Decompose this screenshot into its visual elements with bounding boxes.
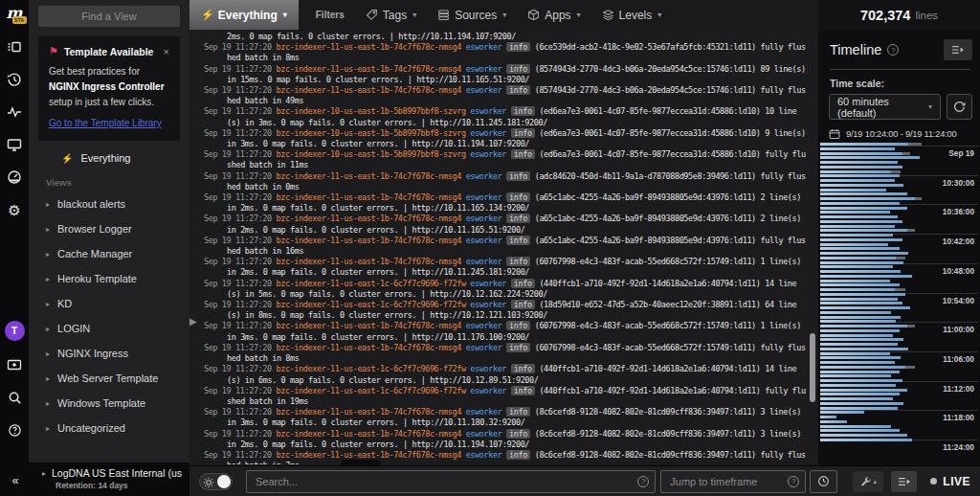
view-item[interactable]: ▸KD: [29, 291, 189, 316]
log-line[interactable]: Sep 19 11:27:20 bzc-indexer-11-us-east-1…: [204, 236, 807, 257]
view-item[interactable]: ▸Cache Manager: [29, 241, 189, 266]
log-scrollbar-thumb[interactable]: [810, 333, 815, 402]
log-app[interactable]: esworker: [466, 321, 502, 330]
log-app[interactable]: esworker: [466, 257, 502, 266]
log-level-badge[interactable]: info: [506, 321, 530, 330]
histogram-bar[interactable]: [820, 229, 907, 232]
log-level-badge[interactable]: info: [506, 257, 530, 266]
log-line[interactable]: Sep 19 11:27:20 bzc-indexer-11-us-east-1…: [204, 429, 807, 450]
log-app[interactable]: esworker: [466, 85, 502, 95]
log-app[interactable]: esworker: [466, 429, 502, 439]
log-line[interactable]: Sep 19 11:27:20 bzc-indexer-11-us-east-1…: [204, 42, 807, 63]
histogram-bar[interactable]: [820, 411, 864, 414]
search-input[interactable]: [246, 470, 656, 493]
time-scale-select[interactable]: 60 minutes (default) ▾: [829, 94, 941, 120]
histogram-bar[interactable]: [820, 275, 912, 278]
sources-dropdown[interactable]: Sources ▾: [437, 9, 506, 22]
log-host[interactable]: bzc-indexer-10-us-east-1b-5b8997bbf8-szv…: [276, 106, 465, 116]
log-line-continuation[interactable]: 2ms. 0 map fails. 0 cluster errors. | ht…: [204, 32, 807, 42]
whats-new-icon[interactable]: [0, 349, 29, 381]
histogram-bar[interactable]: [820, 288, 895, 291]
log-level-badge[interactable]: info: [506, 214, 530, 223]
log-level-badge[interactable]: info: [506, 171, 530, 181]
log-host[interactable]: bzc-indexer-11-us-east-1c-6c7f7c9696-f72…: [276, 300, 465, 309]
histogram-bar-secondary[interactable]: [915, 197, 922, 200]
log-host[interactable]: bzc-indexer-11-us-east-1b-74c7f678c-nmsg…: [276, 450, 460, 460]
histogram-bar[interactable]: [820, 429, 900, 432]
log-app[interactable]: esworker: [470, 106, 506, 116]
histogram-bar[interactable]: [820, 306, 910, 309]
log-line[interactable]: Sep 19 11:27:20 bzc-indexer-11-us-east-1…: [204, 386, 807, 407]
log-app[interactable]: esworker: [466, 64, 502, 74]
log-level-badge[interactable]: info: [506, 236, 530, 245]
log-line[interactable]: Sep 19 11:27:20 bzc-indexer-11-us-east-1…: [204, 279, 807, 300]
log-level-badge[interactable]: info: [506, 407, 530, 417]
log-line[interactable]: Sep 19 11:27:20 bzc-indexer-11-us-east-1…: [204, 171, 807, 192]
histogram-bar[interactable]: [820, 397, 893, 400]
histogram-bar[interactable]: [820, 366, 905, 369]
histogram-bar[interactable]: [820, 261, 903, 264]
log-level-badge[interactable]: info: [511, 128, 535, 138]
histogram-bar[interactable]: [820, 189, 886, 192]
histogram-bar-secondary[interactable]: [907, 229, 915, 232]
log-app[interactable]: esworker: [466, 192, 502, 202]
histogram-bar[interactable]: [820, 384, 896, 387]
histogram-bar-secondary[interactable]: [895, 288, 906, 291]
collapse-sidebar-icon[interactable]: «: [0, 463, 29, 496]
theme-toggle[interactable]: [199, 473, 233, 490]
log-host[interactable]: bzc-indexer-11-us-east-1b-74c7f678c-nmsg…: [276, 257, 460, 266]
histogram-bar[interactable]: [820, 325, 907, 327]
settings-gear-icon[interactable]: ⚙: [0, 193, 29, 226]
timeline-help-icon[interactable]: ?: [887, 44, 899, 56]
log-level-badge[interactable]: info: [506, 343, 530, 352]
timeframe-clock-button[interactable]: [810, 470, 837, 493]
histogram-bar[interactable]: [820, 298, 898, 301]
log-level-badge[interactable]: info: [511, 106, 535, 116]
histogram-bar[interactable]: [820, 156, 920, 159]
histogram-bar[interactable]: [820, 147, 895, 150]
histogram-bar[interactable]: [820, 234, 893, 237]
tools-dropdown-button[interactable]: ▴: [853, 471, 883, 492]
everything-tab[interactable]: ⚡ Everything ▾: [189, 0, 299, 30]
histogram-bar[interactable]: [820, 257, 896, 259]
histogram-bar[interactable]: [820, 270, 901, 273]
find-view-input[interactable]: [38, 6, 180, 27]
histogram-bar[interactable]: [820, 374, 891, 377]
histogram-bar[interactable]: [820, 220, 902, 223]
histogram-bar[interactable]: [820, 352, 890, 355]
histogram-bar[interactable]: [820, 348, 908, 350]
histogram-bar[interactable]: [820, 434, 907, 437]
log-level-badge[interactable]: info: [511, 364, 535, 373]
histogram-bar-secondary[interactable]: [907, 325, 915, 327]
log-host[interactable]: bzc-indexer-11-us-east-1c-6c7f7c9696-f72…: [276, 386, 465, 395]
timeline-date-range-row[interactable]: 9/19 10:24:00 - 9/19 11:24:00: [818, 120, 980, 140]
log-line[interactable]: Sep 19 11:27:20 bzc-indexer-11-us-east-1…: [204, 64, 807, 85]
histogram-bar[interactable]: [820, 371, 900, 373]
log-level-badge[interactable]: info: [511, 279, 535, 288]
log-host[interactable]: bzc-indexer-11-us-east-1c-6c7f7c9696-f72…: [276, 364, 465, 373]
history-icon[interactable]: [0, 63, 29, 96]
log-line[interactable]: Sep 19 11:27:20 bzc-indexer-10-us-east-1…: [204, 128, 807, 149]
log-app[interactable]: esworker: [470, 364, 506, 373]
sidebar-expander-arrow[interactable]: ▶: [189, 316, 197, 327]
live-tail-button[interactable]: LIVE: [930, 475, 970, 488]
log-line[interactable]: Sep 19 11:27:20 bzc-indexer-11-us-east-1…: [204, 192, 807, 214]
histogram-bar[interactable]: [820, 211, 890, 214]
view-options-button[interactable]: [891, 471, 917, 492]
log-level-badge[interactable]: info: [511, 386, 535, 395]
histogram-bar[interactable]: [820, 225, 895, 228]
log-host[interactable]: bzc-indexer-11-us-east-1b-74c7f678c-nmsg…: [276, 407, 460, 417]
histogram-bar[interactable]: [820, 420, 847, 423]
log-host[interactable]: bzc-indexer-11-us-east-1b-74c7f678c-nmsg…: [276, 214, 460, 223]
histogram-bar[interactable]: [820, 293, 905, 296]
log-level-badge[interactable]: info: [506, 42, 530, 52]
histogram-bar[interactable]: [820, 243, 888, 246]
view-item[interactable]: ▸NGINX Ingress: [29, 341, 189, 366]
log-app[interactable]: esworker: [466, 343, 502, 352]
histogram-bar[interactable]: [820, 207, 907, 210]
histogram-bar[interactable]: [820, 184, 903, 187]
histogram-bar[interactable]: [820, 197, 915, 200]
log-line[interactable]: Sep 19 11:27:20 bzc-indexer-11-us-east-1…: [204, 300, 807, 321]
histogram-bar[interactable]: [820, 302, 902, 304]
log-line[interactable]: Sep 19 11:27:20 bzc-indexer-11-us-east-1…: [204, 214, 807, 235]
